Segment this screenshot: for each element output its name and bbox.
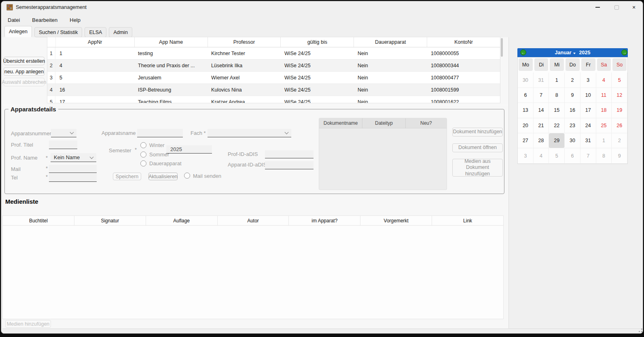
tab-elsa[interactable]: ELSA <box>85 27 106 37</box>
calendar-day[interactable]: 30 <box>565 133 580 148</box>
calendar-day[interactable]: 20 <box>518 118 534 133</box>
tab-suchen-statistik[interactable]: Suchen / Statistik <box>34 27 83 37</box>
medien-column-header-signatur[interactable]: Signatur <box>74 216 146 225</box>
calendar-day-today[interactable]: 29 <box>549 133 565 148</box>
doc-column-header-dokumentname[interactable]: Dokumentname <box>319 118 362 128</box>
apparatsname-field[interactable] <box>137 129 183 137</box>
calendar-day[interactable]: 7 <box>580 148 596 163</box>
close-button[interactable]: × <box>625 1 643 13</box>
calendar-day[interactable]: 6 <box>518 88 534 103</box>
medien-column-header-auflage[interactable]: Auflage <box>146 216 218 225</box>
apps-column-header-app-name[interactable]: App Name <box>135 37 208 47</box>
tab-admin[interactable]: Admin <box>109 27 132 37</box>
calendar-day[interactable]: 1 <box>549 73 565 87</box>
calendar-day[interactable]: 18 <box>596 103 612 118</box>
calendar-day[interactable]: 28 <box>534 133 549 148</box>
calendar-day[interactable]: 11 <box>596 88 612 103</box>
prof-id-adis-field[interactable] <box>265 150 314 158</box>
calendar-day[interactable]: 27 <box>518 133 534 148</box>
calendar-day[interactable]: 2 <box>565 73 580 87</box>
apps-table-scrollbar-thumb[interactable] <box>501 38 503 57</box>
apps-table-row[interactable]: 517Teaching FilmsKratzer AndreaWiSe 24/2… <box>47 96 500 103</box>
medien-column-header-autor[interactable]: Autor <box>218 216 289 225</box>
calendar-day[interactable]: 4 <box>534 148 549 163</box>
fach-combobox[interactable] <box>208 129 291 137</box>
calendar-day[interactable]: 3 <box>580 73 596 87</box>
titlebar[interactable]: Semesterapparatsmanagement × <box>1 1 643 13</box>
resize-grip[interactable] <box>636 328 643 334</box>
calendar-day[interactable]: 1 <box>596 133 612 148</box>
apps-column-header-dauerapparat[interactable]: Dauerapparat <box>354 37 427 47</box>
medien-column-header-im-apparat[interactable]: im Apparat? <box>289 216 360 225</box>
medien-column-header-link[interactable]: Link <box>432 216 503 225</box>
doc-column-header-dateityp[interactable]: Dateityp <box>362 118 405 128</box>
speichern-button[interactable]: Speichern <box>113 173 141 180</box>
apps-column-header-kontonr[interactable]: KontoNr <box>427 37 500 47</box>
menu-item-datei[interactable]: Datei <box>8 17 20 23</box>
calendar-day[interactable]: 4 <box>596 73 612 87</box>
calendar-day[interactable]: 19 <box>612 103 627 118</box>
calendar-day[interactable]: 31 <box>534 73 549 87</box>
calendar-next-button[interactable]: → <box>621 49 627 55</box>
winter-radio[interactable] <box>140 142 146 148</box>
calendar-day[interactable]: 8 <box>549 88 565 103</box>
maximize-button[interactable] <box>607 1 626 13</box>
calendar-day[interactable]: 5 <box>549 148 565 163</box>
calendar-day[interactable]: 5 <box>612 73 627 87</box>
documents-table[interactable]: DokumentnameDateitypNeu? <box>319 118 447 190</box>
semester-year-field[interactable]: 2025 <box>166 145 212 154</box>
medien-column-header-vorgemerkt[interactable]: Vorgemerkt <box>360 216 432 225</box>
dokument-ffnen-button[interactable]: Dokument öffnen <box>452 143 503 152</box>
calendar-day[interactable]: 25 <box>596 118 612 133</box>
calendar-day[interactable]: 26 <box>612 118 627 133</box>
menu-item-bearbeiten[interactable]: Bearbeiten <box>32 17 57 23</box>
calendar-day[interactable]: 15 <box>549 103 565 118</box>
calendar-title[interactable]: Januar 2025 <box>555 50 591 55</box>
calendar-day[interactable]: 22 <box>549 118 565 133</box>
mail-field[interactable] <box>49 165 97 173</box>
tab-anlegen[interactable]: Anlegen <box>4 26 32 37</box>
sidebar-button-auswahl-abbrechen[interactable]: Auswahl abbrechen <box>4 78 44 86</box>
calendar-day[interactable]: 8 <box>596 148 612 163</box>
apps-table[interactable]: AppNrApp NameProfessorgültig bisDauerapp… <box>47 37 500 103</box>
menu-item-help[interactable]: Help <box>70 17 80 23</box>
calendar-day[interactable]: 16 <box>565 103 580 118</box>
apps-table-row[interactable]: 416ISP-BetreuungKulovics NinaWiSe 24/25N… <box>47 84 500 96</box>
apps-table-row[interactable]: 11testingKirchner TesterWiSe 24/25Nein10… <box>47 47 500 60</box>
medien-column-header-buchtitel[interactable]: Buchtitel <box>3 216 74 225</box>
dokument-hinzuf-gen-button[interactable]: Dokument hinzufügen <box>452 128 503 137</box>
calendar-day[interactable]: 31 <box>580 133 596 148</box>
apps-column-header-professor[interactable]: Professor <box>208 37 281 47</box>
calendar-day[interactable]: 30 <box>518 73 534 87</box>
calendar-day[interactable]: 3 <box>518 148 534 163</box>
calendar-day[interactable]: 23 <box>565 118 580 133</box>
sommer-radio[interactable] <box>140 151 146 158</box>
medien-table[interactable]: BuchtitelSignaturAuflageAutorim Apparat?… <box>2 215 504 319</box>
mail-senden-radio[interactable] <box>184 173 190 179</box>
calendar-prev-button[interactable]: ← <box>520 49 526 55</box>
doc-column-header-neu[interactable]: Neu? <box>406 118 447 128</box>
sidebar-button-neu-app-anlegen[interactable]: neu. App anlegen <box>4 67 44 76</box>
apparat-id-adis-field[interactable] <box>265 161 314 169</box>
apps-column-header-g-ltig-bis[interactable]: gültig bis <box>281 37 354 47</box>
sidebar-button-bersicht-erstellen[interactable]: Übersicht erstellen <box>4 57 44 65</box>
calendar-day[interactable]: 7 <box>534 88 549 103</box>
medien-aus-dokument-hinzuf-gen-button[interactable]: Medien aus Dokument hinzufügen <box>452 159 503 177</box>
tel-field[interactable] <box>49 174 97 182</box>
apps-column-header-appnr[interactable]: AppNr <box>56 37 135 47</box>
prof-titel-field[interactable] <box>49 141 77 149</box>
calendar-day[interactable]: 6 <box>565 148 580 163</box>
minimize-button[interactable] <box>588 1 607 13</box>
calendar-day[interactable]: 2 <box>612 133 627 148</box>
calendar-day[interactable]: 13 <box>518 103 534 118</box>
calendar-day[interactable]: 24 <box>580 118 596 133</box>
calendar-day[interactable]: 17 <box>580 103 596 118</box>
apparatsnummer-combobox[interactable] <box>51 129 76 137</box>
apps-table-row[interactable]: 35JerusalemWiemer AxelWiSe 24/25Nein1008… <box>47 72 500 84</box>
calendar-day[interactable]: 14 <box>534 103 549 118</box>
calendar-day[interactable]: 9 <box>565 88 580 103</box>
dauerapparat-radio[interactable] <box>140 160 146 166</box>
calendar-day[interactable]: 12 <box>612 88 627 103</box>
calendar-day[interactable]: 10 <box>580 88 596 103</box>
prof-name-combobox[interactable]: Kein Name <box>51 153 96 162</box>
